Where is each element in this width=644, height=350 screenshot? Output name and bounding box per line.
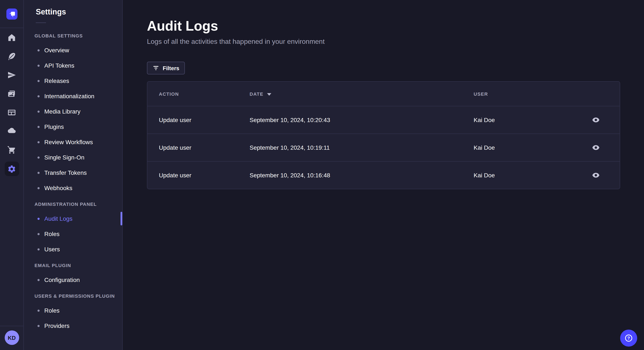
sidebar-item-plugins[interactable]: Plugins <box>24 119 122 134</box>
rail-divider <box>0 28 24 28</box>
help-button[interactable]: ? <box>620 330 637 347</box>
sidebar-item-media-library[interactable]: Media Library <box>24 104 122 119</box>
layout-icon <box>7 108 16 117</box>
strapi-logo[interactable] <box>6 8 17 19</box>
sidebar-sections: GLOBAL SETTINGS Overview API Tokens Rele… <box>24 33 122 334</box>
sidebar-item-up-roles[interactable]: Roles <box>24 303 122 318</box>
cell-action: Update user <box>159 117 250 123</box>
rail-nav <box>4 31 19 176</box>
sidebar-item-overview[interactable]: Overview <box>24 42 122 58</box>
sidebar-item-email-configuration[interactable]: Configuration <box>24 272 122 288</box>
rail-item-marketplace[interactable] <box>5 143 18 157</box>
rail-item-media-library[interactable] <box>5 87 18 100</box>
column-header-action[interactable]: ACTION <box>159 91 250 96</box>
bullet-dot-icon <box>38 325 40 327</box>
sidebar-item-admin-roles[interactable]: Roles <box>24 226 122 242</box>
bullet-dot-icon <box>38 126 40 128</box>
sidebar-item-internationalization[interactable]: Internationalization <box>24 88 122 104</box>
eye-icon <box>592 143 600 152</box>
cell-user: Kai Doe <box>474 117 584 123</box>
cell-date: September 10, 2024, 10:20:43 <box>250 117 474 123</box>
column-header-user[interactable]: USER <box>474 91 584 96</box>
filters-button-label: Filters <box>163 65 179 71</box>
cell-date: September 10, 2024, 10:19:11 <box>250 144 474 151</box>
sidebar-title-divider <box>36 22 46 23</box>
strapi-admin-app: KD Settings GLOBAL SETTINGS Overview API… <box>0 0 644 350</box>
bullet-dot-icon <box>38 172 40 174</box>
sidebar-item-releases[interactable]: Releases <box>24 73 122 88</box>
view-log-details-button[interactable] <box>589 141 603 154</box>
svg-text:?: ? <box>628 336 630 341</box>
cell-user: Kai Doe <box>474 172 584 178</box>
photos-icon <box>7 89 16 98</box>
rail-item-content-manager[interactable] <box>5 49 18 63</box>
rail-item-home[interactable] <box>5 31 18 44</box>
sidebar-item-admin-users[interactable]: Users <box>24 242 122 257</box>
rail-bottom: KD <box>0 326 24 350</box>
home-icon <box>7 33 16 42</box>
section-header: EMAIL PLUGIN <box>34 263 122 268</box>
table-header-row: ACTION DATE USER <box>147 82 620 106</box>
rail-item-deploy[interactable] <box>5 124 18 138</box>
cart-icon <box>7 145 16 154</box>
bullet-dot-icon <box>38 141 40 143</box>
sidebar-item-transfer-tokens[interactable]: Transfer Tokens <box>24 165 122 180</box>
bullet-dot-icon <box>38 80 40 82</box>
sidebar-item-webhooks[interactable]: Webhooks <box>24 180 122 196</box>
filters-button[interactable]: Filters <box>147 62 185 74</box>
page-subtitle: Logs of all the activities that happened… <box>147 37 620 46</box>
main-nav-rail: KD <box>0 0 24 350</box>
audit-logs-table: ACTION DATE USER Update user September 1… <box>147 81 620 189</box>
cell-action: Update user <box>159 172 250 178</box>
bullet-dot-icon <box>38 233 40 235</box>
bullet-dot-icon <box>38 49 40 51</box>
cell-user: Kai Doe <box>474 144 584 151</box>
table-row[interactable]: Update user September 10, 2024, 10:16:48… <box>147 161 620 189</box>
sidebar-item-audit-logs[interactable]: Audit Logs <box>24 211 122 226</box>
table-row[interactable]: Update user September 10, 2024, 10:20:43… <box>147 106 620 134</box>
strapi-logo-icon <box>6 8 17 19</box>
toolbar: Filters <box>147 62 620 74</box>
sidebar-item-up-providers[interactable]: Providers <box>24 318 122 334</box>
sidebar-title: Settings <box>36 8 122 16</box>
rail-item-content-type-builder[interactable] <box>5 105 18 119</box>
bullet-dot-icon <box>38 217 40 220</box>
user-avatar[interactable]: KD <box>4 331 19 345</box>
section-email-plugin: EMAIL PLUGIN Configuration <box>24 263 122 288</box>
bullet-dot-icon <box>38 248 40 250</box>
section-users-permissions-plugin: USERS & PERMISSIONS PLUGIN Roles Provide… <box>24 293 122 334</box>
view-log-details-button[interactable] <box>589 113 603 127</box>
table-row[interactable]: Update user September 10, 2024, 10:19:11… <box>147 134 620 161</box>
bullet-dot-icon <box>38 156 40 159</box>
bullet-dot-icon <box>38 187 40 189</box>
sidebar-item-single-sign-on[interactable]: Single Sign-On <box>24 150 122 165</box>
section-header: USERS & PERMISSIONS PLUGIN <box>34 293 122 299</box>
page-title: Audit Logs <box>147 17 620 34</box>
gear-icon <box>7 164 16 173</box>
rail-bottom-divider <box>0 326 24 326</box>
cell-action: Update user <box>159 144 250 151</box>
bullet-dot-icon <box>38 95 40 97</box>
sort-desc-icon[interactable] <box>267 93 272 95</box>
paper-plane-icon <box>7 70 16 79</box>
bullet-dot-icon <box>38 64 40 67</box>
section-global-settings: GLOBAL SETTINGS Overview API Tokens Rele… <box>24 33 122 196</box>
view-log-details-button[interactable] <box>589 169 603 182</box>
eye-icon <box>592 171 600 179</box>
column-header-date[interactable]: DATE <box>250 91 474 96</box>
eye-icon <box>592 116 600 124</box>
rail-item-settings[interactable] <box>4 162 19 176</box>
bullet-dot-icon <box>38 309 40 312</box>
question-mark-icon: ? <box>624 334 633 343</box>
logo-area <box>0 0 24 28</box>
sidebar-item-api-tokens[interactable]: API Tokens <box>24 58 122 73</box>
filter-icon <box>152 65 159 71</box>
section-header: GLOBAL SETTINGS <box>34 33 122 38</box>
section-header: ADMINISTRATION PANEL <box>34 201 122 207</box>
settings-sidebar: Settings GLOBAL SETTINGS Overview API To… <box>24 0 123 350</box>
cell-date: September 10, 2024, 10:16:48 <box>250 172 474 178</box>
feather-icon <box>7 52 16 61</box>
main-content: Audit Logs Logs of all the activities th… <box>123 0 644 350</box>
rail-item-releases[interactable] <box>5 68 18 82</box>
sidebar-item-review-workflows[interactable]: Review Workflows <box>24 134 122 150</box>
